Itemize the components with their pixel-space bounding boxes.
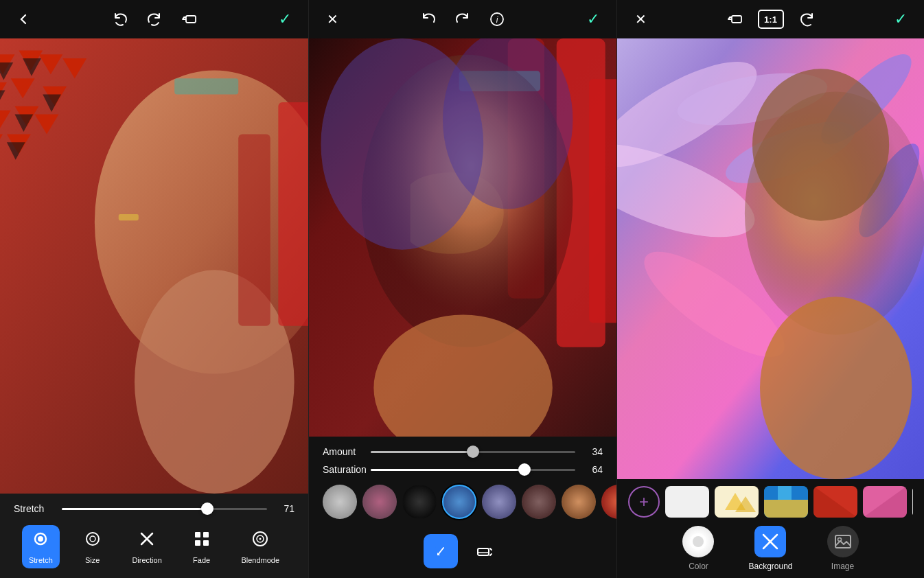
swatch-4[interactable] <box>442 485 476 519</box>
image-option-icon <box>827 526 859 557</box>
image-canvas-2[interactable] <box>309 38 616 437</box>
brush-tools <box>323 531 603 571</box>
option-image[interactable]: Image <box>827 526 859 571</box>
svg-rect-33 <box>195 532 200 537</box>
fade-tool-label: Fade <box>193 556 210 564</box>
back-button[interactable] <box>12 8 34 30</box>
amount-thumb[interactable] <box>467 446 479 458</box>
saturation-slider-row[interactable]: Saturation 64 <box>323 464 603 475</box>
stretch-thumb[interactable] <box>201 502 213 515</box>
eraser-button[interactable] <box>178 8 200 30</box>
thumb-pink[interactable] <box>863 486 907 518</box>
ratio-label: 1:1 <box>764 14 777 25</box>
thumbnail-row: + <box>628 486 913 518</box>
swatch-8[interactable] <box>601 485 616 519</box>
eraser-button-3[interactable] <box>724 8 746 30</box>
saturation-thumb[interactable] <box>518 463 531 476</box>
svg-rect-23 <box>174 78 238 94</box>
amount-slider-row[interactable]: Amount 34 <box>323 446 603 457</box>
thumb-blue[interactable] <box>764 486 808 518</box>
undo-button-2[interactable] <box>417 8 439 30</box>
amount-track[interactable] <box>371 451 575 453</box>
bottom-controls-3: + <box>617 479 924 578</box>
tool-stretch[interactable]: Stretch <box>22 525 60 568</box>
saturation-value: 64 <box>584 464 603 475</box>
tool-direction[interactable]: Direction <box>125 525 168 568</box>
add-background-button[interactable]: + <box>628 486 660 518</box>
swatch-5[interactable] <box>482 485 516 519</box>
svg-rect-36 <box>203 540 209 546</box>
topbar-3: ✕ 1:1 ✓ <box>617 0 924 38</box>
tool-size[interactable]: Size <box>76 525 109 568</box>
svg-rect-45 <box>589 79 616 323</box>
svg-rect-25 <box>278 102 308 326</box>
option-background[interactable]: Background <box>748 526 792 571</box>
thumb-triangle[interactable] <box>912 486 913 518</box>
saturation-track[interactable] <box>371 469 575 471</box>
redo-button[interactable] <box>143 8 165 30</box>
topbar-1: ✓ <box>0 0 308 38</box>
stretch-track[interactable] <box>62 508 267 510</box>
svg-line-55 <box>490 554 492 555</box>
svg-rect-53 <box>478 548 489 555</box>
amount-value: 34 <box>584 446 603 457</box>
brush-pencil[interactable] <box>424 534 458 568</box>
close-button-3[interactable]: ✕ <box>630 8 651 30</box>
color-swatches <box>323 482 603 522</box>
stretch-label: Stretch <box>14 503 54 514</box>
refresh-button[interactable] <box>796 8 818 30</box>
ratio-button[interactable]: 1:1 <box>758 10 784 29</box>
image-canvas-1[interactable] <box>0 38 308 494</box>
svg-rect-26 <box>238 135 270 326</box>
svg-rect-73 <box>778 486 792 500</box>
stretch-tool-label: Stretch <box>29 556 53 564</box>
amount-fill <box>371 451 473 453</box>
stretch-fill <box>62 508 207 510</box>
topbar-3-center: 1:1 <box>724 8 818 30</box>
topbar-center-icons <box>109 8 200 30</box>
background-option-label: Background <box>748 562 792 571</box>
amount-label: Amount <box>323 446 362 457</box>
svg-rect-24 <box>119 214 139 220</box>
tool-fade[interactable]: Fade <box>185 525 218 568</box>
size-icon <box>83 529 102 553</box>
confirm-button[interactable]: ✓ <box>274 8 296 30</box>
svg-point-28 <box>38 536 43 542</box>
swatch-2[interactable] <box>362 485 397 519</box>
direction-icon <box>137 529 157 553</box>
undo-button[interactable] <box>109 8 131 30</box>
svg-point-29 <box>86 533 99 545</box>
panel-background: ✕ 1:1 ✓ <box>616 0 924 578</box>
close-button-2[interactable]: ✕ <box>321 8 343 30</box>
confirm-button-3[interactable]: ✓ <box>890 8 912 30</box>
thumb-yellow[interactable] <box>715 486 759 518</box>
bottom-controls-1: Stretch 71 Stretch <box>0 494 308 578</box>
thumb-red[interactable] <box>813 486 857 518</box>
swatch-3[interactable] <box>402 485 437 519</box>
topbar-2: ✕ i ✓ <box>309 0 616 38</box>
stretch-slider-row[interactable]: Stretch 71 <box>14 503 294 514</box>
svg-point-30 <box>90 536 95 542</box>
info-button[interactable]: i <box>486 8 508 30</box>
thumb-white[interactable] <box>665 486 709 518</box>
brush-eraser[interactable] <box>467 534 502 568</box>
confirm-button-2[interactable]: ✓ <box>582 8 604 30</box>
option-color[interactable]: Color <box>682 526 714 571</box>
tool-blendmode[interactable]: Blendmode <box>234 525 286 568</box>
stretch-icon <box>31 529 50 553</box>
image-canvas-3[interactable] <box>617 38 924 479</box>
panel-stretch: ✓ <box>0 0 308 578</box>
swatch-6[interactable] <box>522 485 556 519</box>
blendmode-tool-label: Blendmode <box>241 556 279 564</box>
redo-button-2[interactable] <box>452 8 474 30</box>
svg-point-66 <box>752 69 889 220</box>
svg-rect-35 <box>195 540 200 546</box>
svg-rect-56 <box>732 16 741 23</box>
swatch-1[interactable] <box>323 485 357 519</box>
swatch-7[interactable] <box>562 485 596 519</box>
size-tool-label: Size <box>85 556 100 564</box>
color-option-icon <box>682 526 714 557</box>
stretch-value: 71 <box>275 503 294 514</box>
svg-text:i: i <box>496 15 498 25</box>
svg-rect-72 <box>764 500 808 518</box>
